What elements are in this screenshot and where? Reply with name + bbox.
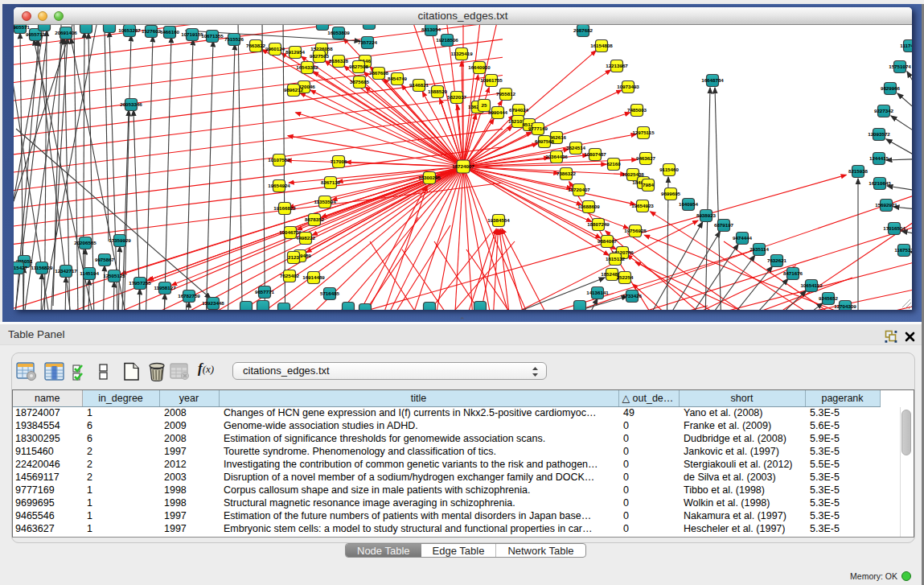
svg-text:7515526: 7515526 bbox=[224, 36, 244, 42]
svg-text:62160: 62160 bbox=[606, 161, 621, 167]
svg-text:252254: 252254 bbox=[617, 274, 634, 280]
svg-text:5822037: 5822037 bbox=[447, 94, 467, 100]
svg-text:8267130: 8267130 bbox=[321, 179, 341, 185]
svg-text:9227342: 9227342 bbox=[874, 108, 894, 113]
svg-text:11325419: 11325419 bbox=[450, 51, 473, 56]
svg-text:19218506: 19218506 bbox=[436, 37, 458, 43]
svg-text:16782759: 16782759 bbox=[178, 293, 200, 299]
svg-text:9896212: 9896212 bbox=[284, 87, 304, 93]
svg-text:12213967: 12213967 bbox=[606, 63, 628, 68]
svg-text:8471676: 8471676 bbox=[783, 270, 803, 276]
svg-text:9245652: 9245652 bbox=[819, 295, 839, 301]
svg-text:12505125: 12505125 bbox=[103, 273, 125, 278]
svg-text:2935114: 2935114 bbox=[749, 246, 769, 252]
svg-text:6879197: 6879197 bbox=[714, 222, 734, 228]
svg-text:16053809: 16053809 bbox=[327, 30, 350, 35]
svg-text:5716485: 5716485 bbox=[320, 290, 340, 296]
svg-text:8813054: 8813054 bbox=[421, 27, 441, 32]
svg-text:11958127: 11958127 bbox=[154, 285, 176, 290]
svg-text:2087682: 2087682 bbox=[573, 27, 593, 33]
svg-text:7625402: 7625402 bbox=[280, 273, 300, 278]
svg-text:1117443: 1117443 bbox=[900, 43, 912, 48]
svg-text:9055712: 9055712 bbox=[26, 31, 46, 37]
svg-text:12342717: 12342717 bbox=[55, 268, 77, 274]
svg-text:25: 25 bbox=[482, 102, 487, 108]
svg-text:9474444: 9474444 bbox=[733, 235, 753, 241]
svg-text:9884067: 9884067 bbox=[598, 238, 618, 244]
svg-text:1527602: 1527602 bbox=[142, 28, 162, 34]
svg-text:15720407: 15720407 bbox=[568, 187, 590, 192]
svg-text:16154808: 16154808 bbox=[590, 43, 613, 48]
svg-text:1244415: 1244415 bbox=[869, 155, 889, 161]
svg-text:1640954: 1640954 bbox=[679, 201, 699, 207]
svg-text:19654924: 19654924 bbox=[268, 183, 290, 188]
svg-text:2123: 2123 bbox=[288, 254, 299, 260]
svg-text:4498222: 4498222 bbox=[296, 235, 316, 241]
svg-text:8912954: 8912954 bbox=[285, 49, 306, 55]
svg-text:7632621: 7632621 bbox=[767, 257, 787, 263]
svg-text:12704309: 12704309 bbox=[834, 303, 856, 309]
svg-text:9827508: 9827508 bbox=[349, 64, 369, 69]
svg-text:16640910: 16640910 bbox=[468, 64, 491, 70]
svg-text:10653287: 10653287 bbox=[118, 27, 141, 33]
svg-text:10654112: 10654112 bbox=[800, 282, 823, 288]
svg-text:8678352: 8678352 bbox=[305, 216, 325, 222]
svg-text:10671355: 10671355 bbox=[201, 33, 224, 39]
svg-text:3875685: 3875685 bbox=[350, 79, 370, 84]
svg-text:9699695: 9699695 bbox=[661, 191, 681, 196]
svg-text:7955812: 7955812 bbox=[496, 91, 516, 97]
svg-text:7357224: 7357224 bbox=[358, 39, 378, 45]
svg-text:10107552: 10107552 bbox=[268, 157, 290, 163]
svg-text:7984: 7984 bbox=[643, 182, 654, 187]
svg-text:8215938: 8215938 bbox=[848, 168, 869, 174]
svg-text:12975115: 12975115 bbox=[632, 130, 655, 135]
svg-text:16543382: 16543382 bbox=[296, 64, 318, 70]
svg-text:10719155: 10719155 bbox=[181, 31, 203, 37]
svg-text:9827503: 9827503 bbox=[310, 53, 330, 59]
svg-text:9960124: 9960124 bbox=[265, 46, 285, 51]
svg-text:1588520: 1588520 bbox=[428, 89, 448, 94]
svg-text:9975867: 9975867 bbox=[95, 257, 115, 262]
svg-text:1167533: 1167533 bbox=[894, 247, 912, 253]
svg-text:7663822: 7663822 bbox=[246, 43, 266, 48]
svg-text:9146821: 9146821 bbox=[409, 82, 429, 88]
svg-text:20206565: 20206565 bbox=[74, 240, 97, 245]
svg-text:17016504: 17016504 bbox=[883, 225, 906, 231]
svg-text:10961755: 10961755 bbox=[480, 77, 503, 83]
svg-text:18724007: 18724007 bbox=[452, 163, 474, 169]
svg-text:717006: 717006 bbox=[331, 159, 347, 164]
svg-text:14136141: 14136141 bbox=[586, 290, 609, 295]
svg-text:16210643: 16210643 bbox=[869, 180, 891, 186]
svg-text:8990444: 8990444 bbox=[488, 109, 508, 115]
svg-text:7485003: 7485003 bbox=[627, 107, 647, 113]
svg-text:3915427: 3915427 bbox=[14, 265, 28, 270]
svg-text:10973493: 10973493 bbox=[617, 84, 639, 89]
svg-text:2867608: 2867608 bbox=[369, 70, 389, 76]
svg-text:1905571: 1905571 bbox=[14, 25, 31, 30]
svg-text:10046736: 10046736 bbox=[279, 229, 302, 235]
svg-text:10807487: 10807487 bbox=[584, 151, 606, 157]
svg-text:16914489: 16914489 bbox=[302, 274, 325, 280]
svg-text:20364436: 20364436 bbox=[545, 154, 568, 159]
svg-text:7386322: 7386322 bbox=[556, 171, 577, 176]
svg-text:9463627: 9463627 bbox=[636, 155, 656, 161]
svg-text:6466160: 6466160 bbox=[160, 29, 180, 35]
svg-text:17359929: 17359929 bbox=[109, 237, 131, 243]
svg-text:19654923: 19654923 bbox=[631, 203, 654, 208]
svg-text:1615132: 1615132 bbox=[606, 256, 626, 262]
svg-text:9829966: 9829966 bbox=[881, 85, 901, 91]
svg-text:12093572: 12093572 bbox=[868, 131, 890, 137]
svg-text:9115460: 9115460 bbox=[659, 167, 679, 172]
svg-text:10688609: 10688609 bbox=[577, 204, 600, 209]
svg-text:11156829: 11156829 bbox=[31, 265, 53, 270]
svg-text:20691406: 20691406 bbox=[55, 30, 77, 35]
svg-text:11353594: 11353594 bbox=[314, 199, 336, 204]
svg-text:19384554: 19384554 bbox=[487, 217, 510, 223]
svg-text:6794024: 6794024 bbox=[509, 107, 529, 113]
svg-text:19756928: 19756928 bbox=[624, 228, 647, 233]
svg-text:8938923: 8938923 bbox=[696, 212, 717, 218]
svg-text:3624514: 3624514 bbox=[566, 145, 586, 150]
svg-text:15751074: 15751074 bbox=[889, 64, 911, 69]
svg-text:16648784: 16648784 bbox=[701, 77, 724, 83]
svg-text:12923448: 12923448 bbox=[202, 300, 224, 306]
